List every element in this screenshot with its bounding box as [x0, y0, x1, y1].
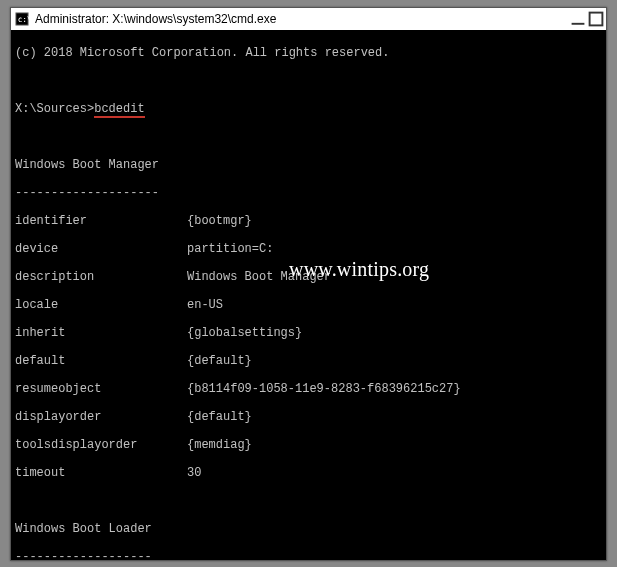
section-header-boot-manager: Windows Boot Manager	[15, 158, 602, 172]
section-header-boot-loader: Windows Boot Loader	[15, 522, 602, 536]
watermark: www.wintips.org	[289, 262, 429, 276]
maximize-button[interactable]	[588, 12, 604, 26]
command-bcdedit: bcdedit	[94, 102, 144, 118]
cmd-window: c:\ Administrator: X:\windows\system32\c…	[10, 7, 607, 561]
terminal-output[interactable]: (c) 2018 Microsoft Corporation. All righ…	[11, 30, 606, 560]
kv-row: default{default}	[15, 354, 602, 368]
minimize-button[interactable]	[570, 12, 586, 26]
copyright-line: (c) 2018 Microsoft Corporation. All righ…	[15, 46, 602, 60]
window-title: Administrator: X:\windows\system32\cmd.e…	[35, 12, 570, 26]
kv-row: timeout30	[15, 466, 602, 480]
svg-rect-3	[590, 12, 603, 25]
kv-row: devicepartition=C:	[15, 242, 602, 256]
kv-row: inherit{globalsettings}	[15, 326, 602, 340]
kv-row: localeen-US	[15, 298, 602, 312]
kv-row: resumeobject{b8114f09-1058-11e9-8283-f68…	[15, 382, 602, 396]
section-rule: -------------------	[15, 550, 602, 560]
svg-text:c:\: c:\	[18, 14, 29, 23]
prompt-line-1: X:\Sources>bcdedit	[15, 102, 602, 116]
kv-row: toolsdisplayorder{memdiag}	[15, 438, 602, 452]
title-bar[interactable]: c:\ Administrator: X:\windows\system32\c…	[11, 8, 606, 30]
window-controls	[570, 12, 604, 26]
kv-row: displayorder{default}	[15, 410, 602, 424]
cmd-icon: c:\	[15, 12, 29, 26]
kv-row: identifier{bootmgr}	[15, 214, 602, 228]
section-rule: --------------------	[15, 186, 602, 200]
